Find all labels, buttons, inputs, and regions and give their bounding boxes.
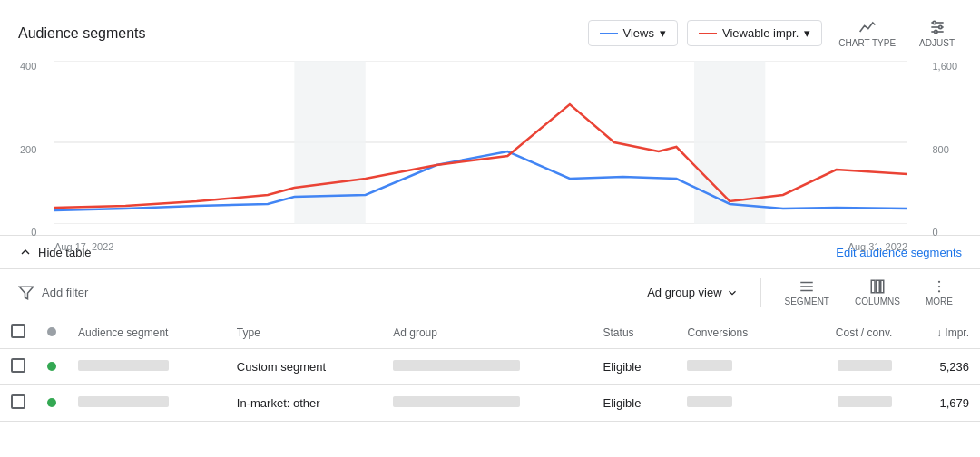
- svg-marker-11: [20, 287, 34, 299]
- svg-rect-15: [871, 280, 875, 293]
- header-audience-segment[interactable]: Audience segment: [67, 316, 226, 349]
- svg-point-20: [938, 290, 940, 292]
- x-axis-start: Aug 17, 2022: [54, 241, 113, 252]
- row2-checkbox[interactable]: [11, 394, 25, 409]
- row2-status-text: Eligible: [603, 396, 642, 410]
- row2-status-dot: [47, 398, 56, 407]
- header-type[interactable]: Type: [226, 316, 382, 349]
- views-label: Views: [623, 26, 654, 40]
- cost-conv-label: Cost / conv.: [836, 326, 892, 339]
- chart-header: Audience segments Views ▾ Viewable impr.…: [18, 15, 962, 52]
- table-row: In-market: other Eligible 1,679: [0, 385, 980, 422]
- header-checkbox-cell: [0, 316, 36, 349]
- audience-segment-label: Audience segment: [78, 326, 168, 339]
- row2-ad-group: [382, 385, 592, 422]
- header-status-dot: [47, 327, 56, 336]
- row1-status: Eligible: [593, 349, 677, 385]
- chart-title: Audience segments: [18, 25, 588, 42]
- header-checkbox[interactable]: [11, 324, 25, 338]
- row1-adgroup-bar: [393, 360, 520, 371]
- row2-conv-bar: [687, 396, 732, 407]
- header-ad-group[interactable]: Ad group: [382, 316, 592, 349]
- x-axis: Aug 17, 2022 Aug 31, 2022: [54, 241, 907, 252]
- status-label: Status: [603, 326, 634, 339]
- filter-bar: Add filter Ad group view SEGMENT COLUM: [0, 269, 980, 316]
- table-header-row: Audience segment Type Ad group Status Co…: [0, 316, 980, 349]
- chevron-up-icon: [18, 245, 33, 259]
- svg-rect-10: [694, 61, 765, 224]
- y-left-top: 400: [20, 61, 36, 72]
- ad-group-label: Ad group: [393, 326, 437, 339]
- row2-adgroup-bar: [393, 396, 520, 407]
- table-section: Hide table Edit audience segments Add fi…: [0, 236, 980, 422]
- row2-status: Eligible: [593, 385, 677, 422]
- view-selector-button[interactable]: Ad group view: [640, 282, 745, 303]
- type-label: Type: [237, 326, 260, 339]
- filter-icon: [18, 285, 34, 301]
- svg-point-19: [938, 286, 940, 287]
- viewable-impr-label: Viewable impr.: [722, 26, 799, 40]
- y-right-mid: 800: [932, 144, 957, 155]
- row1-segment-bar: [78, 360, 169, 371]
- chart-type-button[interactable]: CHART TYPE: [831, 15, 903, 52]
- svg-rect-16: [876, 280, 879, 293]
- header-cost-conv[interactable]: Cost / conv.: [792, 316, 903, 349]
- svg-point-4: [938, 25, 941, 28]
- svg-point-18: [938, 281, 940, 283]
- more-label: MORE: [926, 297, 953, 306]
- columns-button[interactable]: COLUMNS: [846, 277, 909, 308]
- columns-icon: [869, 278, 886, 295]
- impr-label: ↓ Impr.: [936, 326, 969, 339]
- row1-cost-bar: [838, 360, 892, 371]
- views-chevron-icon: ▾: [660, 26, 666, 40]
- y-right-bot: 0: [932, 227, 957, 238]
- row2-segment-bar: [78, 396, 169, 407]
- chart-svg: [54, 61, 907, 224]
- more-button[interactable]: MORE: [916, 277, 962, 308]
- row1-type-text: Custom segment: [237, 360, 326, 374]
- header-dot-cell: [36, 316, 67, 349]
- y-axis-left: 400 200 0: [20, 61, 36, 238]
- row1-dot-cell: [36, 349, 67, 385]
- row1-conversions: [676, 349, 792, 385]
- row2-cost-bar: [838, 396, 892, 407]
- row2-conversions: [676, 385, 792, 422]
- y-right-top: 1,600: [932, 61, 957, 72]
- header-conversions[interactable]: Conversions: [676, 316, 792, 349]
- row2-type-text: In-market: other: [237, 396, 320, 410]
- table-row: Custom segment Eligible 5,236: [0, 349, 980, 385]
- svg-point-5: [934, 30, 936, 33]
- svg-rect-9: [294, 61, 365, 224]
- header-status[interactable]: Status: [593, 316, 677, 349]
- chart-type-label: CHART TYPE: [838, 38, 896, 48]
- add-filter-button[interactable]: Add filter: [42, 286, 88, 299]
- svg-point-3: [933, 21, 936, 24]
- row1-type: Custom segment: [226, 349, 382, 385]
- viewable-impr-metric-button[interactable]: Viewable impr. ▾: [687, 20, 822, 46]
- row2-audience-segment: [67, 385, 226, 422]
- chart-section: Audience segments Views ▾ Viewable impr.…: [0, 0, 980, 236]
- row2-impr: 1,679: [903, 385, 980, 422]
- views-metric-button[interactable]: Views ▾: [588, 20, 678, 46]
- row1-cost-conv: [792, 349, 903, 385]
- view-chevron-icon: [726, 287, 739, 299]
- viewable-chevron-icon: ▾: [804, 26, 810, 40]
- add-filter-label: Add filter: [42, 286, 88, 299]
- segment-button[interactable]: SEGMENT: [776, 277, 838, 308]
- segment-icon: [799, 278, 815, 295]
- view-selector-label: Ad group view: [647, 286, 721, 299]
- more-icon: [931, 278, 947, 295]
- adjust-button[interactable]: ADJUST: [912, 15, 962, 52]
- row2-dot-cell: [36, 385, 67, 422]
- chart-area: 400 200 0 1,600 800 0: [54, 61, 907, 238]
- row1-audience-segment: [67, 349, 226, 385]
- row2-impr-text: 1,679: [939, 396, 969, 410]
- view-divider: [760, 278, 761, 307]
- row1-impr-text: 5,236: [939, 360, 969, 374]
- adjust-label: ADJUST: [919, 38, 955, 48]
- row2-checkbox-cell: [0, 385, 36, 422]
- data-table: Audience segment Type Ad group Status Co…: [0, 316, 980, 422]
- segment-label: SEGMENT: [785, 297, 829, 306]
- header-impr[interactable]: ↓ Impr.: [903, 316, 980, 349]
- row1-checkbox[interactable]: [11, 358, 25, 373]
